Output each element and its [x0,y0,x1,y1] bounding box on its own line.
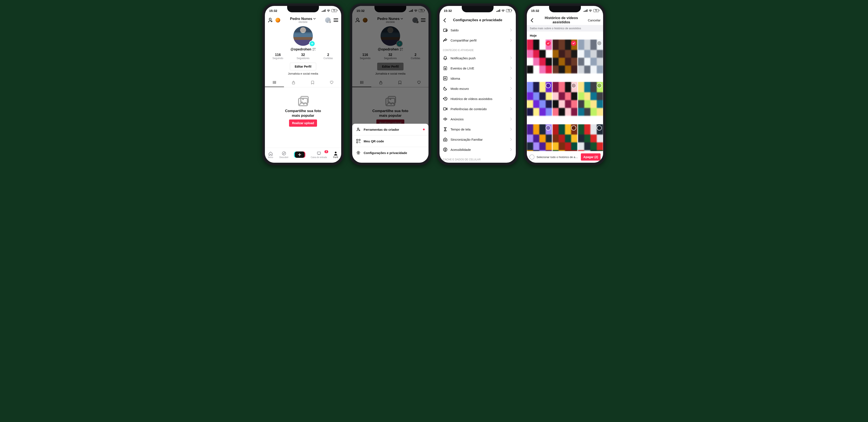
wifi-icon [501,9,505,12]
settings-share-profile[interactable]: Compartilhar perfil [439,35,516,45]
video-thumbnail[interactable] [578,39,603,82]
settings-ads[interactable]: Anúncios [439,114,516,124]
menu-creator-tools[interactable]: Ferramentas do criador [352,124,429,135]
selection-checkbox[interactable] [571,125,576,130]
selection-checkbox[interactable] [597,83,602,88]
cancel-button[interactable]: Cancelar [588,19,600,22]
delete-button[interactable]: Apagar (2) [581,153,600,161]
cellular-signal-icon [496,9,500,12]
settings-balance[interactable]: Saldo [439,25,516,35]
notch [287,6,319,12]
menu-bottom-sheet: Ferramentas do criador Meu QR code Confi… [352,124,429,163]
settings-content-prefs[interactable]: Preferências de conteúdo [439,104,516,114]
video-thumbnail[interactable] [527,39,552,82]
battery-indicator: 71 [593,9,599,12]
gear-icon [356,151,361,155]
watch-history-scroll[interactable]: Saiba mais sobre o histórico de assistid… [527,25,603,151]
profile-bio: Jornalista e social media [265,72,341,75]
device-settings: 15:32 71 Configurações e privacidade Sal… [437,3,518,165]
info-banner[interactable]: Saiba mais sobre o histórico de assistid… [527,25,603,32]
empty-state: Compartilhe sua foto mais popular Realiz… [265,87,341,135]
video-thumbnail[interactable] [553,82,578,124]
settings-list[interactable]: Saldo Compartilhar perfil CONTEÚDO E ATI… [439,25,516,163]
select-all-radio[interactable] [529,155,534,160]
video-thumbnail[interactable] [553,124,578,151]
selection-checkbox[interactable] [571,83,576,88]
account-switcher-badge: 1 [329,21,332,23]
selection-checkbox[interactable] [546,41,551,46]
bell-icon [443,56,447,60]
selection-checkbox[interactable] [546,83,551,88]
menu-qr-code[interactable]: Meu QR code [352,135,429,147]
watch-history-header: Histórico de vídeos assistidos Cancelar [527,15,603,25]
tab-home[interactable]: Início [268,151,273,159]
house-heart-icon [443,137,447,142]
video-thumbnail[interactable] [527,124,552,151]
tab-discover[interactable]: Descobrir [279,151,288,159]
wifi-icon [327,9,330,12]
settings-language[interactable]: Idioma [439,73,516,84]
section-cache: CACHE E DADOS DE CELULAR [439,155,516,162]
notch [549,6,581,12]
back-button[interactable] [442,18,447,23]
video-thumbnail[interactable] [527,82,552,124]
menu-settings-label: Configurações e privacidade [364,151,407,155]
tab-grid[interactable] [265,78,284,87]
watch-history-footer: Selecionar todo o histórico de assis... … [527,151,603,163]
tab-liked[interactable] [322,78,341,87]
bottom-tab-bar: Início Descobrir 3 Caixa de entrada Perf… [265,148,341,163]
likes-counter[interactable]: 2Curtidas [315,53,341,60]
settings-live-events[interactable]: Eventos de LIVE [439,63,516,73]
settings-dark-mode[interactable]: Modo escuro [439,84,516,94]
following-counter[interactable]: 116Seguindo [265,53,290,60]
event-pumpkin-icon[interactable] [276,18,280,23]
cellular-signal-icon [584,9,587,12]
section-today: Hoje [527,32,603,39]
selection-checkbox[interactable] [597,125,602,130]
video-icon [443,106,447,111]
qr-code-icon[interactable] [313,48,315,51]
followers-counter[interactable]: 32Seguidores [290,53,316,60]
creator-tools-icon [356,127,361,132]
empty-line-1: Compartilhe sua foto [285,109,321,113]
tab-inbox[interactable]: 3 Caixa de entrada [311,151,327,159]
tab-private[interactable] [284,78,303,87]
select-all-label[interactable]: Selecionar todo o histórico de assis... [536,156,579,159]
tab-profile[interactable]: Perfil [333,151,338,159]
menu-hamburger-icon[interactable] [333,18,339,23]
calendar-star-icon [443,66,447,70]
chevron-right-icon [509,28,513,31]
account-switcher-button[interactable]: 1 [325,18,331,23]
settings-family-pairing[interactable]: Sincronização Familiar [439,134,516,144]
menu-qr-label: Meu QR code [364,139,384,143]
add-story-button[interactable] [310,41,315,46]
menu-settings[interactable]: Configurações e privacidade [352,147,429,159]
settings-title: Configurações e privacidade [447,18,508,22]
empty-line-2: mais popular [292,113,314,118]
upload-button[interactable]: Realizar upload [289,120,317,127]
settings-accessibility[interactable]: Acessibilidade [439,144,516,155]
selection-checkbox[interactable] [546,125,551,130]
compose-button[interactable] [295,152,305,158]
settings-watch-history[interactable]: Histórico de vídeos assistidos [439,94,516,104]
selection-checkbox[interactable] [597,41,602,46]
video-thumbnail[interactable] [578,82,603,124]
edit-profile-button[interactable]: Editar Perfil [290,63,316,70]
photo-stack-icon [297,95,309,107]
profile-name-dropdown[interactable]: Pedro Nunes [290,17,316,21]
battery-indicator: 71 [506,9,512,12]
profile-name-label: Pedro Nunes [290,17,312,21]
notification-dot [423,129,425,130]
accessibility-icon [443,147,447,152]
language-icon [443,76,447,81]
settings-push[interactable]: Notificações push [439,53,516,63]
hourglass-icon [443,127,447,132]
tab-saved[interactable] [303,78,322,87]
add-friends-icon[interactable] [268,18,273,23]
video-thumbnail[interactable] [578,124,603,151]
back-button[interactable] [529,18,535,23]
profile-pronouns: ele/dele [286,21,319,24]
settings-screen-time[interactable]: Tempo de tela [439,124,516,134]
megaphone-icon [443,117,447,121]
video-thumbnail[interactable] [553,39,578,82]
